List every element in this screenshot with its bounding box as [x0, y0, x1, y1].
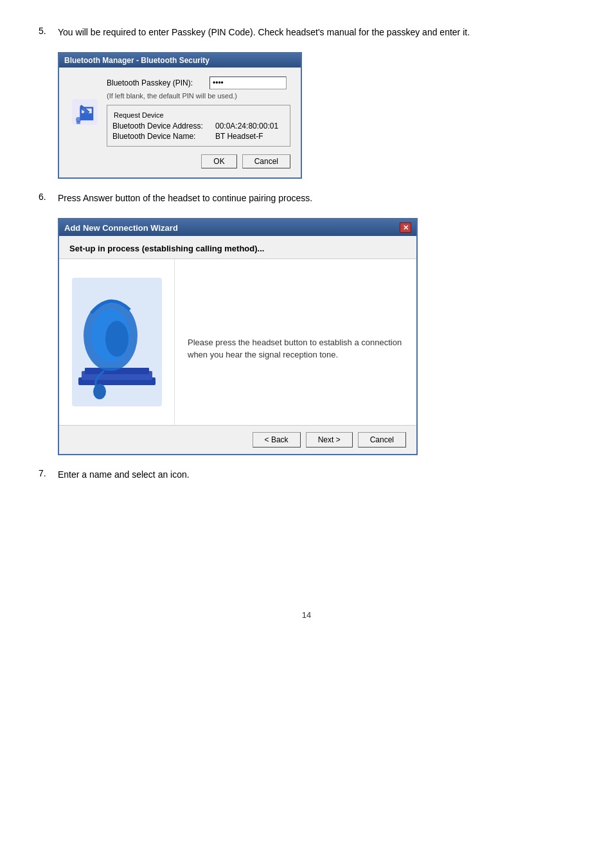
bt-address-label: Bluetooth Device Address:	[112, 122, 215, 131]
bt-group-title: Request Device	[112, 111, 165, 119]
bt-security-title-bar: Bluetooth Manager - Bluetooth Security	[59, 53, 301, 68]
bt-icon-area: ⬓	[69, 99, 100, 125]
bt-passkey-field-row: Bluetooth Passkey (PIN):	[107, 77, 290, 89]
wizard-image-panel	[59, 259, 175, 425]
step-7-text: Enter a name and select an icon.	[58, 468, 190, 482]
wizard-back-button[interactable]: < Back	[253, 432, 301, 448]
bt-name-label: Bluetooth Device Name:	[112, 132, 215, 141]
bt-form-area: Bluetooth Passkey (PIN): (If left blank,…	[107, 77, 290, 147]
wizard-title: Add New Connection Wizard	[64, 223, 178, 233]
step-5: 5. You will be required to enter Passkey…	[39, 26, 574, 39]
wizard-subtitle: Set-up in process (establishing calling …	[59, 236, 416, 258]
wizard-dialog: Add New Connection Wizard ✕ Set-up in pr…	[58, 218, 418, 455]
step-5-text: You will be required to enter Passkey (P…	[58, 26, 470, 39]
headset-illustration	[72, 278, 162, 406]
step-6-number: 6.	[39, 192, 58, 202]
wizard-cancel-button[interactable]: Cancel	[358, 432, 406, 448]
wizard-text-panel: Please press the headset button to estab…	[175, 259, 416, 425]
bt-security-body: ⬓ Bluetooth Passkey (PIN): (If left blan…	[59, 68, 301, 177]
wizard-footer: < Back Next > Cancel	[59, 426, 416, 454]
bt-address-row: Bluetooth Device Address: 00:0A:24:80:00…	[112, 122, 285, 131]
bluetooth-icon: ⬓	[72, 99, 98, 125]
step-7-number: 7.	[39, 468, 58, 478]
svg-point-11	[105, 321, 129, 357]
bt-security-title: Bluetooth Manager - Bluetooth Security	[64, 56, 209, 65]
step-6-text: Press Answer button of the headset to co…	[58, 192, 312, 205]
bt-cancel-button[interactable]: Cancel	[242, 154, 290, 168]
wizard-body: Set-up in process (establishing calling …	[59, 236, 416, 454]
wizard-content-area: Please press the headset button to estab…	[59, 258, 416, 426]
bluetooth-security-dialog: Bluetooth Manager - Bluetooth Security ⬓	[58, 52, 302, 179]
step-6: 6. Press Answer button of the headset to…	[39, 192, 574, 205]
page-number: 14	[39, 610, 574, 620]
bt-button-row: OK Cancel	[69, 154, 290, 168]
bt-address-value: 00:0A:24:80:00:01	[215, 122, 278, 131]
step-7: 7. Enter a name and select an icon.	[39, 468, 574, 482]
bt-passkey-input[interactable]	[209, 77, 287, 89]
bt-request-device-group: Request Device Bluetooth Device Address:…	[107, 105, 290, 147]
wizard-close-button[interactable]: ✕	[400, 222, 411, 233]
step-5-number: 5.	[39, 26, 58, 36]
wizard-title-bar: Add New Connection Wizard ✕	[59, 219, 416, 236]
bt-ok-button[interactable]: OK	[201, 154, 236, 168]
svg-point-12	[93, 384, 106, 399]
wizard-description: Please press the headset button to estab…	[188, 336, 404, 361]
bt-name-value: BT Headset-F	[215, 132, 263, 141]
wizard-next-button[interactable]: Next >	[306, 432, 353, 448]
bt-passkey-label: Bluetooth Passkey (PIN):	[107, 78, 209, 87]
bt-hint-text: (If left blank, the default PIN will be …	[107, 92, 290, 100]
svg-rect-4	[76, 121, 80, 124]
bt-name-row: Bluetooth Device Name: BT Headset-F	[112, 132, 285, 141]
bt-passkey-row: ⬓ Bluetooth Passkey (PIN): (If left blan…	[69, 77, 290, 147]
